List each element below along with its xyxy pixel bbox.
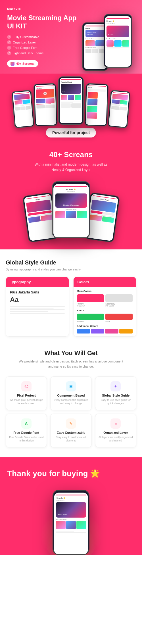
alerts-label: Alerts — [77, 309, 133, 312]
customizable-icon: ✎ — [66, 418, 76, 429]
powerful-phone-1 — [11, 90, 34, 128]
primary-hex: #F1335A — [77, 305, 104, 307]
component-based-icon: ⊞ — [66, 381, 76, 391]
secondary-label: Secondary — [105, 303, 133, 305]
organized-desc: All layers are neatly organized and name… — [98, 435, 133, 443]
wyg-card-pixel-perfect: ◎ Pixel Perfect We make pixel perfect de… — [6, 376, 47, 410]
check-icon: ✓ — [7, 40, 11, 44]
main-swatches: Primary #F1335A Secondary #3F3B3B — [77, 294, 133, 307]
wyg-card-component-based: ⊞ Component Based Every component is org… — [50, 376, 91, 410]
pixel-perfect-title: Pixel Perfect — [9, 394, 44, 397]
font-line-3 — [10, 309, 65, 310]
error-swatch — [105, 314, 133, 320]
colors-body: Main Colors Primary #F1335A Secondary #3… — [74, 287, 136, 336]
powerful-label: Powerful for project — [46, 128, 96, 137]
style-guide-card-title: Global Style Guide — [98, 394, 133, 397]
powerful-phones-row: Play Movie ▶ Recently Played Luck — [0, 74, 142, 142]
additional-swatches — [77, 329, 133, 334]
style-guide-subtitle: By using typography and styles you can c… — [6, 268, 136, 271]
style-guide-card-desc: Easy to use style guide for quick change… — [98, 398, 133, 405]
pixel-perfect-desc: We make pixel perfect design for each sc… — [9, 398, 44, 405]
check-icon: ✓ — [7, 51, 11, 55]
feature-item: ✓ Free Google Font — [7, 46, 81, 50]
component-based-desc: Every component is organized and easy to… — [53, 398, 88, 405]
screens-count: 40+ Screens — [16, 62, 35, 65]
feature-item: ✓ Fully Customizable — [7, 35, 81, 39]
customizable-desc: Very easy to customize all elements — [53, 435, 88, 443]
screens-badge: 40+ Screens — [7, 60, 38, 67]
hero-features-list: ✓ Fully Customizable ✓ Organized Layer ✓… — [7, 35, 81, 55]
add-swatch-3 — [105, 329, 118, 334]
wyg-grid: ◎ Pixel Perfect We make pixel perfect de… — [6, 376, 136, 447]
google-font-icon: A — [21, 418, 32, 429]
style-guide-title: Global Style Guide — [6, 259, 136, 266]
primary-label: Primary — [77, 303, 104, 305]
hero-phones: Hi, Andy Watch your favoritemovie easily… — [84, 14, 135, 74]
hero-section: Morevie Movie Streaming App UI KIT ✓ Ful… — [0, 0, 142, 74]
wyg-subtitle: We provide simple and clean design. Each… — [6, 359, 136, 369]
organized-icon: ≡ — [110, 418, 121, 429]
wyg-card-customizable: ✎ Easy Customizable Very easy to customi… — [50, 414, 91, 447]
add-swatch-4 — [119, 329, 133, 334]
thankyou-section: Thank you for buying 🌟 Hi, Andy 👋 Today … — [0, 457, 142, 555]
brand-name: Morevie — [7, 7, 135, 11]
powerful-section: Play Movie ▶ Recently Played Luck — [0, 74, 142, 142]
check-icon: ✓ — [7, 46, 11, 50]
powerful-phone-5 — [108, 90, 131, 128]
powerful-phone-3: Recently Played Luck — [58, 76, 84, 125]
check-icon: ✓ — [7, 35, 11, 39]
wyg-title: What You Will Get — [6, 349, 136, 357]
wyg-section: What You Will Get We provide simple and … — [0, 347, 142, 457]
screens-title: 40+ Screans — [7, 150, 135, 159]
font-line-1 — [10, 306, 65, 307]
success-label: Success — [77, 320, 104, 322]
secondary-hex: #3F3B3B — [105, 305, 133, 307]
hero-title: Movie Streaming App UI KIT — [7, 14, 81, 30]
phone-mockup-main: Hi, Andy 👋 Today Top Movie Movie Title M… — [104, 14, 132, 68]
feature-item: ✓ Organized Layer — [7, 40, 81, 44]
error-label: Error — [105, 320, 133, 322]
pixel-perfect-icon: ◎ — [21, 381, 32, 391]
swatch-group-1: Primary #F1335A — [77, 294, 104, 307]
font-sample: Aa — [10, 296, 65, 304]
font-line-5 — [10, 313, 65, 314]
typography-header: Typography — [6, 277, 69, 287]
style-guide-icon: ✦ — [110, 381, 121, 391]
screens-subtitle: With a minimalist and modern design, as … — [7, 162, 135, 173]
powerful-phone-4: Search — [84, 83, 108, 127]
organized-title: Organized Layer — [98, 431, 133, 434]
add-swatch-1 — [77, 329, 90, 334]
wyg-card-organized: ≡ Organized Layer All layers are neatly … — [95, 414, 136, 447]
screens-phone-display: Rango Hi, Andy 👋 Today Top Movie Planete… — [7, 181, 135, 238]
font-line-2 — [10, 308, 54, 309]
typography-card: Typography Plus Jakarta Sans Aa — [6, 277, 69, 337]
swatch-group-2: Secondary #3F3B3B — [105, 294, 133, 307]
additional-colors-label: Additional Colors — [77, 325, 133, 328]
screens-section: 40+ Screans With a minimalist and modern… — [0, 142, 142, 249]
component-based-title: Component Based — [53, 394, 88, 397]
main-colors-label: Main Colors — [77, 290, 133, 293]
colors-header: Colors — [74, 277, 136, 287]
font-name: Plus Jakarta Sans — [10, 290, 65, 294]
style-guide-section: Global Style Guide By using typography a… — [0, 249, 142, 347]
figma-icon — [11, 62, 14, 66]
powerful-phone-2: Play Movie ▶ — [34, 83, 58, 127]
google-font-title: Free Google Font — [9, 431, 44, 434]
alert-swatches: Success Error — [77, 314, 133, 322]
thankyou-phone-wrap: Hi, Andy 👋 Today Top Movie Action Movie … — [7, 484, 135, 555]
success-swatch — [77, 314, 104, 320]
screen-phone-center: Hi, Andy 👋 Today Top Movie Planetes of V… — [52, 181, 90, 238]
primary-swatch — [77, 294, 104, 302]
swatch-group-4: Error — [105, 314, 133, 322]
thankyou-phone: Hi, Andy 👋 Today Top Movie Action Movie … — [53, 490, 89, 555]
feature-item: ✓ Light and Dark Theme — [7, 51, 81, 55]
thankyou-title: Thank you for buying 🌟 — [7, 469, 135, 478]
font-line-4 — [10, 311, 48, 312]
secondary-swatch — [105, 294, 133, 302]
swatch-group-3: Success — [77, 314, 104, 322]
colors-card: Colors Main Colors Primary #F1335A Secon… — [73, 277, 137, 337]
wyg-card-google-font: A Free Google Font Plus Jakarta Sans fon… — [6, 414, 47, 447]
wyg-card-style-guide: ✦ Global Style Guide Easy to use style g… — [95, 376, 136, 410]
customizable-title: Easy Customizable — [53, 431, 88, 434]
google-font-desc: Plus Jakarta Sans font is used in this d… — [9, 435, 44, 443]
